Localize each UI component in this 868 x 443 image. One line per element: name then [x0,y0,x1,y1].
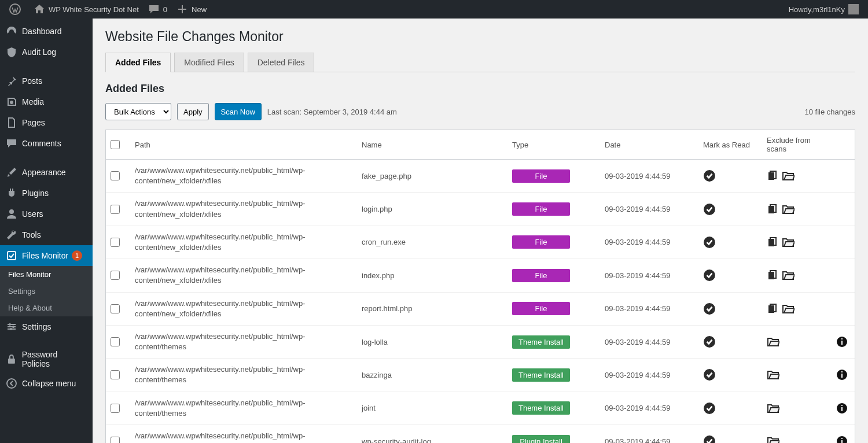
svg-rect-34 [841,371,843,372]
row-checkbox[interactable] [111,238,120,247]
site-name: WP White Security Dot Net [49,5,139,14]
col-date[interactable]: Date [600,130,698,160]
comments-link[interactable]: 0 [144,0,172,19]
howdy-prefix: Howdy, [789,5,813,14]
menu-plugins[interactable]: Plugins [0,183,93,204]
mark-read-button[interactable] [703,335,716,348]
bulk-actions-select[interactable]: Bulk Actions [105,103,171,120]
exclude-folder-button[interactable] [782,270,795,281]
mark-read-button[interactable] [703,269,716,282]
svg-point-8 [12,326,14,328]
submenu-settings[interactable]: Settings [0,283,93,300]
row-path: /var/www/www.wpwhitesecurity.net/public_… [130,392,357,425]
last-scan-label: Last scan: September 3, 2019 4:44 am [267,108,397,116]
col-name[interactable]: Name [357,130,507,160]
user-icon [6,208,17,220]
row-checkbox[interactable] [111,304,120,313]
svg-rect-38 [841,405,843,406]
mark-read-button[interactable] [703,368,716,381]
menu-appearance[interactable]: Appearance [0,162,93,183]
exclude-folder-button[interactable] [782,204,795,215]
mark-read-button[interactable] [703,302,716,315]
menu-dashboard[interactable]: Dashboard [0,21,93,42]
exclude-folder-button[interactable] [767,403,779,414]
site-name-link[interactable]: WP White Security Dot Net [29,0,144,19]
exclude-file-button[interactable] [767,237,778,248]
submenu-files-monitor[interactable]: Files Monitor [0,266,93,283]
submenu-help-about[interactable]: Help & About [0,300,93,316]
mark-read-button[interactable] [703,402,716,415]
tab-added-files[interactable]: Added Files [105,53,171,72]
exclude-folder-button[interactable] [767,369,779,381]
scan-now-button[interactable]: Scan Now [215,103,262,120]
menu-tools[interactable]: Tools [0,224,93,245]
home-icon [34,3,45,15]
svg-rect-33 [841,374,843,378]
comments-count: 0 [163,5,167,14]
exclude-file-button[interactable] [767,170,778,182]
plug-icon [6,187,17,199]
row-path: /var/www/www.wpwhitesecurity.net/public_… [130,259,357,292]
svg-point-11 [7,379,16,388]
exclude-file-button[interactable] [767,270,778,281]
page-title: Website File Changes Monitor [105,29,855,45]
apply-button[interactable]: Apply [177,103,209,120]
row-path: /var/www/www.wpwhitesecurity.net/public_… [130,326,357,359]
menu-settings[interactable]: Settings [0,316,93,337]
exclude-file-button[interactable] [767,204,778,215]
col-type[interactable]: Type [507,130,600,160]
howdy-account[interactable]: Howdy, m3rl1nKy [784,0,863,19]
row-checkbox[interactable] [111,271,120,280]
menu-comments[interactable]: Comments [0,133,93,154]
exclude-folder-button[interactable] [782,237,795,248]
menu-posts[interactable]: Posts [0,71,93,91]
comment-icon [6,138,17,149]
settings-icon [6,321,17,333]
row-checkbox[interactable] [111,437,120,443]
row-checkbox[interactable] [111,205,120,214]
file-changes-count: 10 file changes [805,108,855,116]
wordpress-logo[interactable] [5,0,29,19]
type-pill: File [512,302,570,315]
row-name: fake_page.php [357,160,507,193]
menu-users[interactable]: Users [0,204,93,224]
mark-read-button[interactable] [703,236,716,249]
row-date: 09-03-2019 4:44:59 [600,425,698,443]
col-mark: Mark as Read [698,130,762,160]
row-checkbox[interactable] [111,370,120,379]
info-button[interactable] [836,435,848,443]
row-checkbox[interactable] [111,337,120,346]
mark-read-button[interactable] [703,203,716,216]
mark-read-button[interactable] [703,435,716,443]
wrench-icon [6,229,17,241]
mark-read-button[interactable] [703,169,716,182]
tab-modified-files[interactable]: Modified Files [174,53,244,72]
collapse-menu[interactable]: Collapse menu [0,373,93,394]
select-all-checkbox[interactable] [111,140,120,149]
exclude-folder-button[interactable] [782,170,795,182]
comment-icon [148,3,160,15]
svg-point-2 [9,209,14,214]
new-content-link[interactable]: New [172,0,211,19]
row-date: 09-03-2019 4:44:59 [600,226,698,259]
tab-deleted-files[interactable]: Deleted Files [248,53,315,72]
exclude-folder-button[interactable] [782,303,795,315]
exclude-folder-button[interactable] [767,336,779,348]
menu-audit-log[interactable]: Audit Log [0,42,93,62]
col-path[interactable]: Path [130,130,357,160]
exclude-file-button[interactable] [767,303,778,315]
info-button[interactable] [836,403,848,414]
menu-password-policies[interactable]: Password Policies [0,345,93,373]
info-button[interactable] [836,336,848,348]
menu-files-monitor[interactable]: Files Monitor1 [0,245,93,266]
menu-pages[interactable]: Pages [0,112,93,133]
type-pill: Theme Install [512,401,570,415]
menu-media[interactable]: Media [0,91,93,112]
row-checkbox[interactable] [111,404,120,413]
exclude-folder-button[interactable] [767,435,779,443]
row-date: 09-03-2019 4:44:59 [600,259,698,292]
info-button[interactable] [836,369,848,381]
row-checkbox[interactable] [111,171,120,180]
row-name: report.html.php [357,293,507,326]
pin-icon [6,75,17,87]
